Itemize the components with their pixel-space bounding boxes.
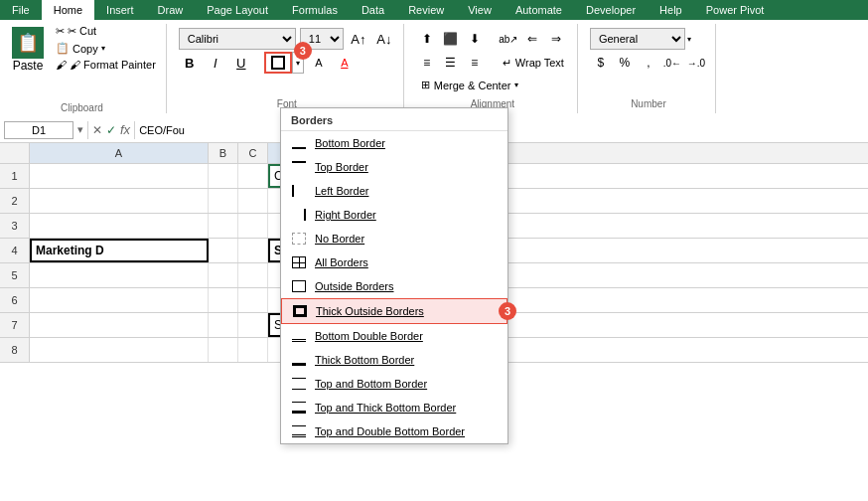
percent-button[interactable]: % [614, 52, 636, 74]
tab-formulas[interactable]: Formulas [280, 0, 350, 20]
indent-decrease-btn[interactable]: ⇐ [521, 28, 543, 50]
function-icon[interactable]: fx [120, 122, 130, 137]
cell-b5[interactable] [209, 263, 238, 287]
tab-review[interactable]: Review [396, 0, 456, 20]
currency-button[interactable]: $ [590, 52, 612, 74]
wrap-text-button[interactable]: ↵ Wrap Text [498, 54, 569, 73]
tab-help[interactable]: Help [648, 0, 694, 20]
col-header-b[interactable]: B [209, 143, 238, 163]
comma-button[interactable]: , [638, 52, 659, 74]
decrease-decimal-btn[interactable]: .0← [661, 52, 683, 74]
tab-view[interactable]: View [456, 0, 504, 20]
paste-button[interactable]: 📋 Paste [6, 24, 50, 76]
border-item-top-thick-bottom-label: Top and Thick Bottom Border [315, 402, 456, 414]
number-dropdown-arrow[interactable]: ▾ [687, 35, 691, 44]
border-item-top-double-bottom[interactable]: Top and Double Bottom Border [281, 419, 507, 443]
cell-a2[interactable] [30, 189, 209, 213]
formula-divider [87, 121, 88, 139]
cell-b8[interactable] [209, 338, 238, 362]
align-right-btn[interactable]: ≡ [464, 52, 486, 74]
italic-button[interactable]: I [205, 52, 226, 74]
col-header-a[interactable]: A [30, 143, 209, 163]
increase-font-btn[interactable]: A↑ [348, 28, 369, 50]
wrap-icon: ↵ [503, 57, 511, 70]
border-button[interactable] [264, 52, 292, 74]
cell-c8[interactable] [238, 338, 268, 362]
border-item-thick-outside[interactable]: Thick Outside Borders 3 [281, 298, 507, 324]
cell-c5[interactable] [238, 263, 268, 287]
format-painter-button[interactable]: 🖌 🖌 Format Painter [54, 58, 158, 72]
thick-bottom-border-icon [291, 352, 307, 368]
col-header-c[interactable]: C [238, 143, 268, 163]
align-top-btn[interactable]: ⬆ [416, 28, 438, 50]
border-item-bottom-double[interactable]: Bottom Double Border [281, 324, 507, 348]
text-orient-btn[interactable]: ab↗ [498, 28, 519, 50]
cell-c4[interactable] [238, 239, 268, 262]
cell-c2[interactable] [238, 189, 268, 213]
cell-a3[interactable] [30, 214, 209, 238]
bold-button[interactable]: B [179, 52, 201, 74]
font-name-select[interactable]: Calibri [179, 28, 296, 50]
formula-divider2 [134, 121, 135, 139]
tab-draw[interactable]: Draw [146, 0, 196, 20]
tab-developer[interactable]: Developer [574, 0, 648, 20]
indent-increase-btn[interactable]: ⇒ [545, 28, 567, 50]
cell-a7[interactable] [30, 313, 209, 337]
merge-dropdown-arrow[interactable]: ▾ [514, 81, 518, 89]
cell-b3[interactable] [209, 214, 238, 238]
border-item-thick-bottom[interactable]: Thick Bottom Border [281, 348, 507, 372]
align-bottom-btn[interactable]: ⬇ [464, 28, 486, 50]
tab-insert[interactable]: Insert [94, 0, 146, 20]
border-item-bottom[interactable]: Bottom Border [281, 131, 507, 155]
top-thick-bottom-border-icon [291, 400, 307, 416]
tab-data[interactable]: Data [350, 0, 396, 20]
tab-home[interactable]: Home [42, 0, 94, 20]
border-item-all[interactable]: All Borders [281, 250, 507, 274]
cut-button[interactable]: ✂ ✂ Cut [54, 24, 158, 39]
cell-c1[interactable] [238, 164, 268, 188]
cell-b2[interactable] [209, 189, 238, 213]
font-color-button[interactable]: A [334, 52, 356, 74]
border-item-outside[interactable]: Outside Borders [281, 274, 507, 298]
border-item-top-thick-bottom[interactable]: Top and Thick Bottom Border [281, 396, 507, 419]
cell-c3[interactable] [238, 214, 268, 238]
cell-b4[interactable] [209, 239, 238, 262]
align-left-btn[interactable]: ≡ [416, 52, 438, 74]
border-item-right[interactable]: Right Border [281, 203, 507, 227]
tab-file[interactable]: File [0, 0, 42, 20]
number-format-select[interactable]: General [590, 28, 685, 50]
border-item-top[interactable]: Top Border [281, 155, 507, 179]
tab-automate[interactable]: Automate [504, 0, 574, 20]
cancel-icon[interactable]: ✕ [92, 123, 102, 137]
tab-power-pivot[interactable]: Power Pivot [694, 0, 777, 20]
border-item-top-bottom[interactable]: Top and Bottom Border [281, 372, 507, 396]
svg-rect-0 [272, 57, 284, 69]
cell-a8[interactable] [30, 338, 209, 362]
underline-button[interactable]: U [230, 52, 252, 74]
border-item-left[interactable]: Left Border [281, 179, 507, 203]
tab-page-layout[interactable]: Page Layout [195, 0, 280, 20]
cell-c7[interactable] [238, 313, 268, 337]
font-group: Calibri 11 A↑ A↓ B I U ▾ 3 A [171, 24, 404, 113]
alignment-group: ⬆ ⬛ ⬇ ab↗ ⇐ ⇒ ≡ ☰ ≡ ↵ Wrap Text ⊞ Merge … [408, 24, 578, 113]
cell-a5[interactable] [30, 263, 209, 287]
cell-b1[interactable] [209, 164, 238, 188]
clipboard-group: 📋 Paste ✂ ✂ Cut 📋 Copy ▾ 🖌 🖌 Format Pain… [6, 24, 167, 113]
align-middle-btn[interactable]: ⬛ [440, 28, 462, 50]
cell-reference-input[interactable]: D1 [4, 121, 73, 139]
copy-button[interactable]: 📋 Copy ▾ [54, 41, 158, 56]
increase-decimal-btn[interactable]: →.0 [685, 52, 707, 74]
confirm-icon[interactable]: ✓ [106, 123, 116, 137]
border-item-none[interactable]: No Border [281, 227, 507, 250]
decrease-font-btn[interactable]: A↓ [373, 28, 395, 50]
ribbon-content: 📋 Paste ✂ ✂ Cut 📋 Copy ▾ 🖌 🖌 Format Pain… [0, 20, 868, 117]
cell-a4[interactable]: Marketing D [30, 239, 209, 262]
merge-center-button[interactable]: ⊞ Merge & Center ▾ [416, 76, 524, 94]
cell-b7[interactable] [209, 313, 238, 337]
cell-b6[interactable] [209, 288, 238, 312]
cell-a1[interactable] [30, 164, 209, 188]
cell-a6[interactable] [30, 288, 209, 312]
copy-dropdown-arrow[interactable]: ▾ [101, 44, 105, 53]
align-center-btn[interactable]: ☰ [440, 52, 462, 74]
cell-c6[interactable] [238, 288, 268, 312]
